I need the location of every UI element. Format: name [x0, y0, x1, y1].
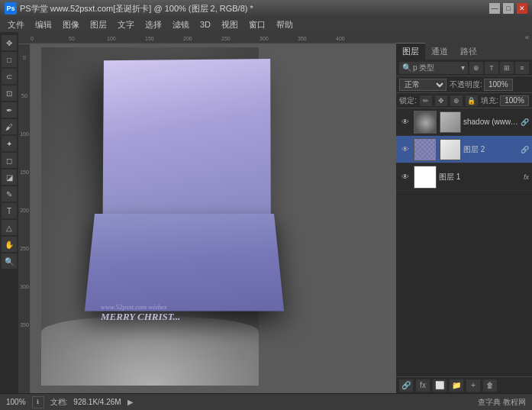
lock-draw-button[interactable]: ✏	[420, 95, 432, 106]
status-doc-size: 928.1K/4.26M	[73, 398, 121, 406]
opacity-input[interactable]	[484, 79, 513, 91]
panel-toolbar: 🔍 p 类型 ▾ ⊕ T ⊞ ≡	[396, 60, 532, 76]
panel-tabs: 图层 通道 路径	[396, 43, 532, 60]
menu-item-编辑[interactable]: 编辑	[31, 18, 56, 32]
status-right-text: 查字典 教程网	[478, 397, 526, 408]
lock-move-button[interactable]: ✥	[435, 95, 447, 106]
tool-move[interactable]: ✥	[2, 35, 17, 50]
fill-label: 填充:	[481, 95, 498, 106]
tool-crop[interactable]: ⊡	[2, 86, 17, 101]
menu-item-滤镜[interactable]: 滤镜	[168, 18, 194, 32]
main-layout: ✥ □ ⊂ ⊡ ✒ 🖌 ✦ ◻ ◪ ✎ T △ ✋ 🔍 0 50 100 150…	[0, 32, 532, 393]
link-layers-button[interactable]: 🔗	[399, 379, 413, 392]
menu-item-图像[interactable]: 图像	[58, 18, 84, 32]
tool-stamp[interactable]: ✦	[2, 136, 17, 151]
tool-pen[interactable]: ✎	[2, 186, 17, 202]
minimize-button[interactable]: —	[489, 3, 500, 14]
menu-item-帮助[interactable]: 帮助	[272, 18, 298, 32]
menu-item-文件[interactable]: 文件	[3, 18, 29, 32]
svg-rect-24	[414, 139, 437, 161]
tab-paths[interactable]: 路径	[454, 43, 483, 60]
window-title: PS学堂 www.52psxt.com[圣诞折卡] @ 100% (图层 2, …	[20, 3, 253, 15]
blend-mode-select[interactable]: 正常	[399, 79, 447, 91]
ps-icon: Ps	[5, 2, 17, 15]
new-layer-button[interactable]: +	[466, 379, 480, 392]
menu-item-3D[interactable]: 3D	[195, 18, 215, 31]
layer-visibility-1[interactable]: 👁	[399, 171, 411, 183]
card-line2: MERRY CHRIST...	[101, 311, 253, 323]
type-filter-label: p 类型	[413, 63, 434, 73]
add-fx-button[interactable]: fx	[416, 379, 430, 392]
search-icon: 🔍	[402, 63, 411, 72]
tool-zoom[interactable]: 🔍	[2, 253, 17, 269]
left-toolbar: ✥ □ ⊂ ⊡ ✒ 🖌 ✦ ◻ ◪ ✎ T △ ✋ 🔍	[0, 32, 18, 393]
status-arrow-button[interactable]: ▶	[127, 398, 134, 406]
fill-input[interactable]	[500, 95, 529, 106]
tool-gradient[interactable]: ◪	[2, 169, 17, 185]
menu-item-窗口[interactable]: 窗口	[244, 18, 270, 32]
close-button[interactable]: ✕	[517, 3, 527, 14]
menu-item-文字[interactable]: 文字	[113, 18, 139, 32]
layer-row-1[interactable]: 👁 图层 1 fx	[396, 163, 532, 191]
layer-mask-shadow	[440, 111, 461, 133]
chevron-down-icon: ▾	[461, 63, 465, 72]
card-line1: www.52psxt.com wishes	[101, 303, 253, 311]
tool-eyedrop[interactable]: ✒	[2, 102, 17, 118]
add-group-button[interactable]: 📁	[450, 379, 463, 392]
panel-icon-frame[interactable]: ⊞	[500, 62, 514, 74]
svg-text:100: 100	[20, 131, 29, 137]
add-mask-button[interactable]: ⬜	[433, 379, 447, 392]
svg-text:250: 250	[20, 246, 29, 251]
tool-brush[interactable]: 🖌	[2, 119, 17, 134]
menu-item-选择[interactable]: 选择	[140, 18, 166, 32]
svg-text:50: 50	[69, 36, 75, 41]
svg-text:400: 400	[336, 36, 345, 41]
tool-lasso[interactable]: ⊂	[2, 69, 17, 84]
panel-icon-channel[interactable]: ⊕	[469, 62, 483, 74]
lock-row: 锁定: ✏ ✥ ⊕ 🔒 填充:	[396, 93, 532, 108]
panel-icon-type[interactable]: T	[485, 62, 498, 74]
tool-hand[interactable]: ✋	[2, 237, 17, 252]
tool-erase[interactable]: ◻	[2, 153, 17, 168]
delete-layer-button[interactable]: 🗑	[483, 379, 497, 392]
svg-text:0: 0	[31, 36, 34, 41]
tool-shape[interactable]: △	[2, 220, 17, 235]
layer-visibility-2[interactable]: 👁	[399, 144, 411, 156]
tool-text[interactable]: T	[2, 203, 17, 218]
layer-name-2: 图层 2	[463, 144, 518, 155]
tab-layers[interactable]: 图层	[396, 43, 425, 60]
svg-text:200: 200	[20, 208, 29, 213]
lock-all-button[interactable]: 🔒	[466, 95, 478, 106]
type-filter[interactable]: 🔍 p 类型 ▾	[399, 62, 468, 74]
lock-position-button[interactable]: ⊕	[450, 95, 463, 106]
status-info-button[interactable]: ℹ	[32, 396, 44, 408]
svg-text:100: 100	[107, 36, 116, 41]
tab-channels[interactable]: 通道	[425, 43, 454, 60]
title-left: Ps PS学堂 www.52psxt.com[圣诞折卡] @ 100% (图层 …	[5, 2, 253, 15]
panel-icon-filter[interactable]: ≡	[515, 62, 529, 74]
ruler-left: 0 50 100 150 200 250 300 350	[18, 44, 31, 393]
right-panels: « 图层 通道 路径 🔍 p 类型 ▾ ⊕ T ⊞ ≡ 正常 不透明度:	[396, 32, 532, 393]
lock-label: 锁定:	[399, 95, 417, 106]
panel-collapse-button[interactable]: «	[396, 32, 532, 43]
svg-text:50: 50	[21, 93, 27, 98]
layer-link-icon-shadow: 🔗	[521, 118, 529, 126]
layer-mask-2	[440, 139, 461, 160]
layer-row-shadow[interactable]: 👁 shadow (www.yunsc... 🔗	[396, 108, 532, 136]
menu-item-视图[interactable]: 视图	[217, 18, 243, 32]
layer-row-2[interactable]: 👁	[396, 136, 532, 163]
layer-name-1: 图层 1	[439, 172, 521, 182]
menu-item-图层[interactable]: 图层	[85, 18, 111, 32]
svg-text:250: 250	[221, 36, 231, 41]
tool-select[interactable]: □	[2, 52, 17, 67]
status-doc-label: 文档:	[50, 397, 68, 408]
svg-text:200: 200	[183, 36, 192, 41]
svg-text:0: 0	[23, 55, 26, 60]
layer-thumb-shadow	[414, 111, 437, 134]
svg-text:300: 300	[260, 36, 269, 41]
canvas-area: 0 50 100 150 200 250 300 350 400 0 50 10…	[18, 32, 396, 393]
layer-name-shadow: shadow (www.yunsc...	[463, 118, 518, 126]
status-bar: 100% ℹ 文档: 928.1K/4.26M ▶ 查字典 教程网	[0, 393, 532, 410]
maximize-button[interactable]: □	[503, 3, 514, 14]
layer-visibility-shadow[interactable]: 👁	[399, 116, 411, 128]
